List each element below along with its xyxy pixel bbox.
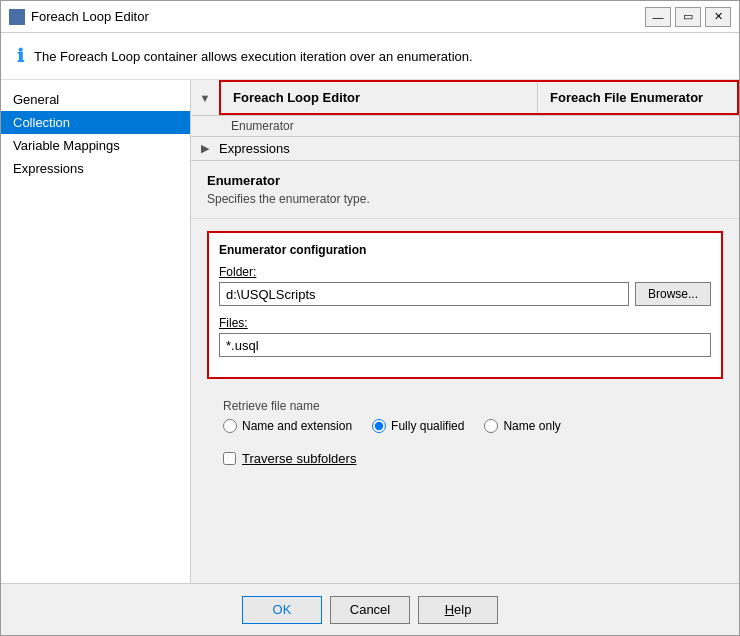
enumerator-row-label: Enumerator xyxy=(219,116,739,136)
radio-fully-qualified-label: Fully qualified xyxy=(391,419,464,433)
ok-button[interactable]: OK xyxy=(242,596,322,624)
panel-header-title: Foreach Loop Editor xyxy=(221,82,537,113)
browse-button[interactable]: Browse... xyxy=(635,282,711,306)
radio-group: Name and extension Fully qualified Name … xyxy=(223,419,707,433)
svg-rect-3 xyxy=(18,18,23,23)
enumerator-section: Enumerator Specifies the enumerator type… xyxy=(191,161,739,219)
files-field-row xyxy=(219,333,711,357)
foreach-loop-editor-window: Foreach Loop Editor ― ▭ ✕ ℹ The Foreach … xyxy=(0,0,740,636)
collapse-arrow-icon: ▼ xyxy=(191,80,219,115)
sidebar-item-expressions[interactable]: Expressions xyxy=(1,157,190,180)
close-button[interactable]: ✕ xyxy=(705,7,731,27)
enumerator-description: Specifies the enumerator type. xyxy=(207,192,723,206)
config-section: Enumerator configuration Folder: Browse.… xyxy=(191,219,739,583)
retrieve-section: Retrieve file name Name and extension Fu… xyxy=(207,395,723,443)
info-icon: ℹ xyxy=(17,45,24,67)
traverse-label[interactable]: Traverse subfolders xyxy=(223,451,707,466)
radio-name-ext-input[interactable] xyxy=(223,419,237,433)
svg-rect-2 xyxy=(11,18,16,23)
enumerator-value-text: Foreach File Enumerator xyxy=(550,90,703,105)
traverse-checkbox[interactable] xyxy=(223,452,236,465)
folder-input[interactable] xyxy=(219,282,629,306)
retrieve-title: Retrieve file name xyxy=(223,399,707,413)
radio-name-only[interactable]: Name only xyxy=(484,419,560,433)
svg-rect-0 xyxy=(11,11,16,16)
panel-header-content: Foreach Loop Editor Foreach File Enumera… xyxy=(219,80,739,115)
expand-arrow-icon: ▶ xyxy=(191,142,219,155)
traverse-text: Traverse subfolders xyxy=(242,451,356,466)
config-title: Enumerator configuration xyxy=(219,243,711,257)
cancel-button[interactable]: Cancel xyxy=(330,596,410,624)
title-bar-controls: ― ▭ ✕ xyxy=(645,7,731,27)
help-button[interactable]: Help xyxy=(418,596,498,624)
files-label: Files: xyxy=(219,316,711,330)
enumerator-row: Enumerator xyxy=(191,116,739,137)
folder-label-text: Folder: xyxy=(219,265,256,279)
traverse-section: Traverse subfolders xyxy=(207,443,723,474)
expressions-row: ▶ Expressions xyxy=(191,137,739,161)
panel-header: ▼ Foreach Loop Editor Foreach File Enume… xyxy=(191,80,739,116)
radio-fully-qualified[interactable]: Fully qualified xyxy=(372,419,464,433)
files-label-text: Files: xyxy=(219,316,248,330)
radio-name-ext-label: Name and extension xyxy=(242,419,352,433)
title-bar-text: Foreach Loop Editor xyxy=(31,9,645,24)
maximize-button[interactable]: ▭ xyxy=(675,7,701,27)
sidebar-item-collection[interactable]: Collection xyxy=(1,111,190,134)
minimize-button[interactable]: ― xyxy=(645,7,671,27)
expressions-label: Expressions xyxy=(219,141,290,156)
folder-field-row: Browse... xyxy=(219,282,711,306)
folder-field-group: Folder: Browse... xyxy=(219,265,711,306)
sidebar-item-general[interactable]: General xyxy=(1,88,190,111)
main-content: General Collection Variable Mappings Exp… xyxy=(1,80,739,583)
files-field-group: Files: xyxy=(219,316,711,357)
footer: OK Cancel Help xyxy=(1,583,739,635)
enumerator-title: Enumerator xyxy=(207,173,723,188)
panel: ▼ Foreach Loop Editor Foreach File Enume… xyxy=(191,80,739,583)
title-bar: Foreach Loop Editor ― ▭ ✕ xyxy=(1,1,739,33)
svg-rect-1 xyxy=(18,11,23,16)
sidebar: General Collection Variable Mappings Exp… xyxy=(1,80,191,583)
radio-fully-qualified-input[interactable] xyxy=(372,419,386,433)
window-icon xyxy=(9,9,25,25)
panel-header-enumerator-value: Foreach File Enumerator xyxy=(537,82,737,113)
folder-label: Folder: xyxy=(219,265,711,279)
radio-name-only-input[interactable] xyxy=(484,419,498,433)
config-box: Enumerator configuration Folder: Browse.… xyxy=(207,231,723,379)
files-input[interactable] xyxy=(219,333,711,357)
radio-name-only-label: Name only xyxy=(503,419,560,433)
sidebar-item-variable-mappings[interactable]: Variable Mappings xyxy=(1,134,190,157)
info-bar: ℹ The Foreach Loop container allows exec… xyxy=(1,33,739,80)
radio-name-and-extension[interactable]: Name and extension xyxy=(223,419,352,433)
info-text: The Foreach Loop container allows execut… xyxy=(34,49,473,64)
